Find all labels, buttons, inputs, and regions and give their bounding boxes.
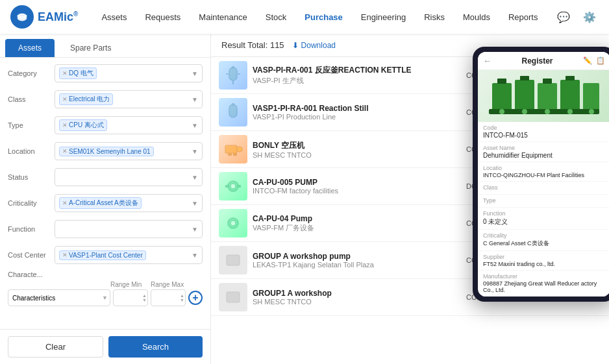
nav-reports[interactable]: Reports <box>501 8 546 26</box>
chat-icon[interactable]: 💬 <box>554 8 573 26</box>
svg-point-10 <box>237 147 242 152</box>
nav-risks[interactable]: Risks <box>416 8 453 26</box>
mobile-field-function: Function 0 未定义 <box>478 208 609 230</box>
category-clear[interactable]: ✕ <box>62 70 68 77</box>
mobile-field-criticality: Criticality C General Asset C类设备 <box>478 230 609 251</box>
nav-stock[interactable]: Stock <box>258 8 295 26</box>
svg-rect-11 <box>228 153 232 156</box>
filter-status: Status ▼ <box>8 167 203 188</box>
panel-tabs: Assets Spare Parts <box>0 34 210 58</box>
cost-center-clear[interactable]: ✕ <box>62 252 68 258</box>
nav-maintenance[interactable]: Maintenance <box>191 8 255 26</box>
range-min-up[interactable]: ▲ <box>142 293 147 298</box>
svg-rect-34 <box>543 79 552 84</box>
mobile-edit-icon[interactable]: ✏️ <box>583 56 592 65</box>
clear-button[interactable]: Clear <box>8 336 103 358</box>
download-button[interactable]: ⬇ Download <box>292 41 336 50</box>
search-button[interactable]: Search <box>108 336 203 358</box>
svg-rect-21 <box>492 83 512 112</box>
characteristics-select[interactable]: Characteristics <box>8 289 110 306</box>
nav-purchase[interactable]: Purchase <box>297 8 351 26</box>
nav-right: 💬 ⚙️ <box>554 8 599 26</box>
item-thumbnail <box>219 172 247 200</box>
svg-rect-32 <box>497 79 506 84</box>
function-select[interactable]: ▼ <box>55 220 203 238</box>
nav-engineering[interactable]: Engineering <box>353 8 414 26</box>
logo: EAMic® <box>10 5 78 29</box>
item-sub: SH MESC TNTCO <box>253 151 461 159</box>
svg-rect-23 <box>538 83 557 112</box>
svg-point-30 <box>567 109 573 114</box>
nav-requests[interactable]: Requests <box>137 8 188 26</box>
right-panel: Result Total: 115 ⬇ Download <box>211 34 609 364</box>
svg-rect-20 <box>227 292 240 302</box>
range-max-down[interactable]: ▼ <box>180 298 184 302</box>
nav-items: Assets Requests Maintenance Stock Purcha… <box>93 8 554 26</box>
type-select[interactable]: ✕ CPU 离心式 ▼ <box>55 116 203 134</box>
mobile-share-icon[interactable]: 📋 <box>596 56 605 65</box>
main-content: Assets Spare Parts Category ✕ DQ 电气 ▼ Cl… <box>0 34 609 364</box>
result-total: Result Total: 115 <box>221 40 284 50</box>
cost-center-arrow: ▼ <box>192 252 198 259</box>
item-sub: SH MESC TNTCO <box>253 298 461 306</box>
mobile-field-supplier: Supplier FT52 Maxini trading co., ltd. <box>478 251 609 271</box>
item-name: VASP-PI-RA-001 反应釜REACTION KETTLE <box>253 65 461 76</box>
category-arrow: ▼ <box>192 70 198 77</box>
item-info: VASP1-PI-RA-001 Reaction Still VASP1-PI … <box>253 104 461 121</box>
class-select[interactable]: ✕ Electrical 电力 ▼ <box>55 90 203 108</box>
item-info: GROUP1 A workshop SH MESC TNTCO <box>253 289 461 306</box>
mobile-back-icon[interactable]: ← <box>483 56 491 66</box>
item-name: VASP1-PI-RA-001 Reaction Still <box>253 104 461 113</box>
item-sub: LEKAS-TP1 Kajang Selatan Toll Plaza <box>253 261 461 269</box>
svg-point-31 <box>589 109 594 114</box>
class-clear[interactable]: ✕ <box>62 96 68 103</box>
item-info: GROUP A workshop pump LEKAS-TP1 Kajang S… <box>253 252 461 269</box>
characteristics-inputs: Characteristics ▼ ▲ ▼ ▲ <box>8 289 203 306</box>
item-thumbnail <box>219 246 247 274</box>
range-max-up[interactable]: ▲ <box>180 293 184 298</box>
location-select[interactable]: ✕ SEM01K Semenyih Lane 01 ▼ <box>55 142 203 160</box>
criticality-select[interactable]: ✕ A-Critical Asset A类设备 ▼ <box>55 194 203 212</box>
download-label: Download <box>301 41 336 50</box>
svg-point-27 <box>499 109 504 114</box>
mobile-field-location: Locatio INTCO-QINGZHOU-FM Plant Faciliti… <box>478 162 609 182</box>
svg-rect-25 <box>583 83 599 112</box>
filter-location: Location ✕ SEM01K Semenyih Lane 01 ▼ <box>8 141 203 162</box>
filter-function: Function ▼ <box>8 219 203 239</box>
range-max-label: Range Max <box>151 281 186 288</box>
svg-rect-35 <box>566 76 575 80</box>
app-name: EAMic® <box>38 10 78 24</box>
type-label: Type <box>8 121 55 129</box>
type-arrow: ▼ <box>192 122 198 129</box>
item-info: CA-PU-005 PUMP INTCO-FM factory faciliti… <box>253 178 461 195</box>
range-min-down[interactable]: ▼ <box>142 298 147 302</box>
settings-icon[interactable]: ⚙️ <box>580 8 599 26</box>
filter-characteristics: Characte... Range Min Range Max Characte… <box>8 271 203 306</box>
item-name: CA-PU-04 Pump <box>253 214 461 223</box>
cost-center-select[interactable]: ✕ VASP1-Plant Cost Center ▼ <box>55 246 203 264</box>
location-tag: ✕ SEM01K Semenyih Lane 01 <box>59 147 154 156</box>
item-sub: VASP1-PI Production Line <box>253 113 461 121</box>
status-select[interactable]: ▼ <box>55 168 203 186</box>
svg-rect-16 <box>237 185 241 188</box>
item-thumbnail <box>219 135 247 164</box>
category-select[interactable]: ✕ DQ 电气 ▼ <box>55 64 203 82</box>
tab-assets[interactable]: Assets <box>5 39 55 57</box>
svg-rect-3 <box>232 66 234 69</box>
item-sub: INTCO-FM factory facilities <box>253 187 461 195</box>
add-characteristic-button[interactable]: + <box>188 291 203 305</box>
filter-cost-center: Cost Center ✕ VASP1-Plant Cost Center ▼ <box>8 245 203 265</box>
location-clear[interactable]: ✕ <box>62 148 68 154</box>
nav-moulds[interactable]: Moulds <box>455 8 498 26</box>
svg-point-18 <box>230 221 236 226</box>
tab-spare-parts[interactable]: Spare Parts <box>57 39 124 57</box>
nav-assets[interactable]: Assets <box>93 8 134 26</box>
svg-rect-22 <box>515 80 534 112</box>
item-name: CA-PU-005 PUMP <box>253 178 461 187</box>
type-clear[interactable]: ✕ <box>62 122 68 128</box>
mobile-field-asset-name: Asset Name Dehumidifier Equipment <box>478 142 609 162</box>
logo-icon <box>10 5 34 29</box>
filter-type: Type ✕ CPU 离心式 ▼ <box>8 115 203 136</box>
criticality-clear[interactable]: ✕ <box>62 200 68 206</box>
item-thumbnail <box>219 209 247 237</box>
